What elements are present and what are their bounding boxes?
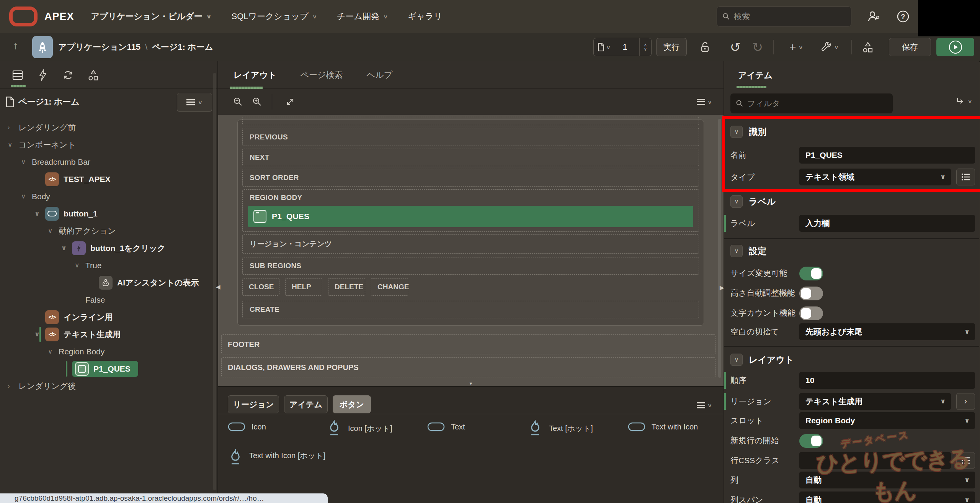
page-number[interactable]: 1: [611, 42, 639, 52]
slot-close[interactable]: CLOSE: [242, 278, 279, 296]
slot-help[interactable]: HELP: [285, 278, 322, 296]
tab-help[interactable]: ヘルプ: [367, 69, 393, 81]
tree-node-button1[interactable]: ∨button_1: [0, 205, 217, 222]
tree-menu-button[interactable]: ∨: [177, 93, 212, 112]
tree-node-test-apex[interactable]: </>TEST_APEX: [0, 170, 217, 188]
region-goto-button[interactable]: ›: [956, 393, 975, 410]
trim-select[interactable]: 先頭および末尾: [799, 323, 975, 340]
tree-node-dynamic-actions[interactable]: ∨動的アクション: [0, 222, 217, 239]
gallery-item-text-with-icon-hot[interactable]: Text with Icon [ホット]: [228, 449, 326, 466]
slot-create[interactable]: CREATE: [242, 301, 699, 318]
goto-group-button[interactable]: ∨: [956, 97, 972, 106]
tab-page-search[interactable]: ページ検索: [301, 69, 343, 81]
slot-region-content[interactable]: リージョン・コンテンツ: [242, 234, 699, 254]
gallery-item-text-with-icon[interactable]: Text with Icon: [628, 422, 698, 431]
save-button[interactable]: 保存: [889, 38, 931, 56]
gallery-item-icon[interactable]: Icon: [228, 422, 266, 431]
nav-app-builder[interactable]: アプリケーション・ビルダー∨: [91, 11, 212, 22]
tab-rendering[interactable]: [9, 67, 26, 84]
nav-gallery[interactable]: ギャラリ: [408, 11, 443, 22]
redo-button[interactable]: ↻: [750, 39, 766, 55]
shared-components-button[interactable]: [860, 39, 876, 55]
lock-button[interactable]: [697, 39, 713, 55]
section-settings[interactable]: ∨ 設定: [730, 245, 766, 257]
row-css-quickpick-button[interactable]: [956, 452, 975, 469]
gallery-item-text[interactable]: Text: [427, 422, 465, 431]
collapse-chevron-icon[interactable]: ∨: [730, 126, 743, 138]
char-count-toggle[interactable]: [799, 306, 823, 320]
tree-node-region-body[interactable]: ∨Region Body: [0, 343, 217, 360]
gallery-collapse-handle[interactable]: ▼: [218, 381, 724, 386]
slot-region-body[interactable]: REGION BODY P1_QUES: [242, 189, 699, 232]
collapse-chevron-icon[interactable]: ∨: [730, 245, 743, 257]
up-level-button[interactable]: ↑: [13, 40, 18, 52]
colspan-select[interactable]: 自動: [799, 492, 975, 503]
utilities-menu-button[interactable]: ∨: [817, 39, 843, 55]
row-css-input[interactable]: [799, 452, 951, 469]
tree-node-pre-rendering[interactable]: ›レンダリング前: [0, 119, 217, 136]
section-layout[interactable]: ∨ レイアウト: [730, 354, 794, 366]
zoom-out-button[interactable]: [230, 94, 246, 110]
slot-previous[interactable]: PREVIOUS: [242, 128, 699, 146]
tree-node-breadcrumb-bar[interactable]: ∨Breadcrumb Bar: [0, 153, 217, 170]
nav-team-dev[interactable]: チーム開発∨: [337, 11, 388, 22]
label-input[interactable]: 入力欄: [799, 215, 975, 232]
tree-node-p1-ques[interactable]: P1_QUES: [0, 360, 217, 377]
left-scrollbar[interactable]: [213, 73, 216, 490]
section-label[interactable]: ∨ ラベル: [730, 195, 776, 208]
canvas-scrollbar[interactable]: [718, 119, 721, 378]
tab-dynamic-actions[interactable]: [34, 67, 51, 84]
layout-menu-button[interactable]: ∨: [692, 94, 717, 110]
type-select[interactable]: テキスト領域: [799, 169, 951, 185]
help-button[interactable]: ?: [894, 8, 912, 25]
tree-node-body[interactable]: ∨Body: [0, 188, 217, 205]
collapse-chevron-icon[interactable]: ∨: [730, 195, 743, 208]
slot-next[interactable]: NEXT: [242, 149, 699, 166]
app-badge[interactable]: [32, 36, 53, 58]
tab-layout[interactable]: レイアウト: [234, 69, 277, 81]
tree-node-false[interactable]: False: [0, 291, 217, 308]
property-filter-input[interactable]: フィルタ: [730, 93, 893, 113]
right-splitter-expand[interactable]: ▶: [720, 284, 724, 291]
slot-sub-regions[interactable]: SUB REGIONS: [242, 257, 699, 275]
nav-sql-workshop[interactable]: SQLワークショップ∨: [232, 11, 317, 22]
run-button[interactable]: 実行: [656, 38, 687, 56]
layout-item-p1-ques[interactable]: P1_QUES: [248, 206, 693, 227]
sequence-input[interactable]: 10: [799, 372, 975, 389]
gallery-tab-items[interactable]: アイテム: [284, 395, 328, 413]
tree-node-inline-region[interactable]: </>インライン用: [0, 308, 217, 326]
tab-page-shared-components[interactable]: [85, 67, 102, 84]
tab-item[interactable]: アイテム: [738, 70, 773, 81]
page-number-stepper[interactable]: ∧∨: [639, 38, 651, 56]
slot-footer[interactable]: FOOTER: [221, 334, 715, 354]
new-row-toggle[interactable]: [799, 434, 823, 448]
gallery-menu-button[interactable]: ∨: [692, 398, 717, 413]
gallery-tab-regions[interactable]: リージョン: [228, 395, 279, 413]
slot-partial[interactable]: [242, 117, 699, 125]
slot-delete[interactable]: DELETE: [328, 278, 365, 296]
undo-button[interactable]: ↺: [727, 39, 743, 55]
tree-node-text-gen-region[interactable]: ∨</>テキスト生成用: [0, 326, 217, 343]
breadcrumb-app[interactable]: アプリケーション115: [58, 41, 140, 53]
tree-node-show-ai-assistant[interactable]: AIアシスタントの表示: [0, 274, 217, 291]
page-selector[interactable]: ∨ 1 ∧∨: [593, 38, 652, 56]
global-search-input[interactable]: 検索: [717, 7, 851, 26]
expand-button[interactable]: [283, 94, 298, 110]
create-menu-button[interactable]: +∨: [784, 39, 808, 55]
section-identification[interactable]: ∨ 識別: [730, 126, 766, 138]
tab-processing[interactable]: [60, 67, 77, 84]
gallery-item-text-hot[interactable]: Text [ホット]: [528, 420, 593, 437]
resizable-toggle[interactable]: [799, 267, 823, 280]
slot-dialogs[interactable]: DIALOGS, DRAWERS AND POPUPS: [221, 357, 715, 377]
slot-change[interactable]: CHANGE: [371, 278, 408, 296]
auto-height-toggle[interactable]: [799, 287, 823, 300]
tree-node-post-rendering[interactable]: ›レンダリング後: [0, 377, 217, 395]
type-quickpick-button[interactable]: [956, 169, 975, 185]
tree-node-true[interactable]: ∨True: [0, 257, 217, 274]
tree-node-button1-click[interactable]: ∨button_1をクリック: [0, 239, 217, 257]
gallery-item-icon-hot[interactable]: Icon [ホット]: [327, 420, 392, 437]
collapse-chevron-icon[interactable]: ∨: [730, 354, 743, 366]
slot-sort-order[interactable]: SORT ORDER: [242, 169, 699, 187]
zoom-in-button[interactable]: [250, 94, 265, 110]
gallery-tab-buttons[interactable]: ボタン: [333, 395, 371, 413]
